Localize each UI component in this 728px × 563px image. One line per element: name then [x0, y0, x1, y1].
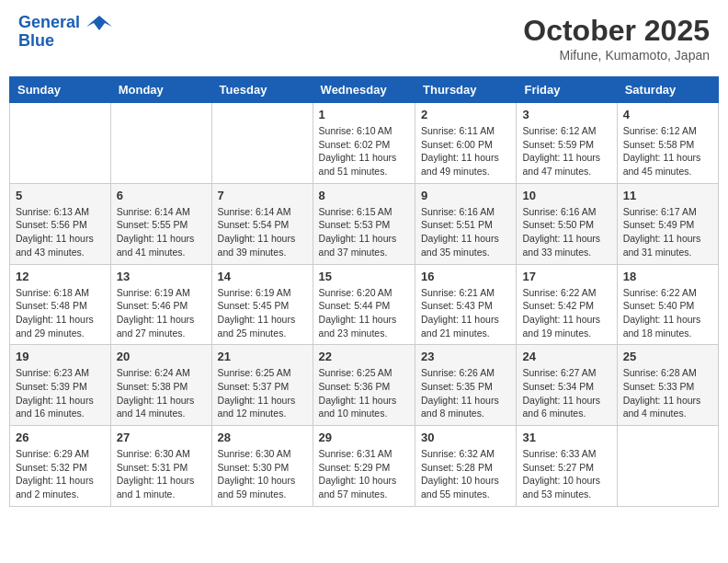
day-info: Sunrise: 6:20 AM Sunset: 5:44 PM Dayligh… — [319, 286, 409, 340]
calendar-cell: 29Sunrise: 6:31 AM Sunset: 5:29 PM Dayli… — [313, 426, 415, 507]
logo: General Blue — [18, 14, 112, 51]
day-info: Sunrise: 6:30 AM Sunset: 5:31 PM Dayligh… — [117, 447, 206, 501]
calendar-week-row: 5Sunrise: 6:13 AM Sunset: 5:56 PM Daylig… — [10, 183, 719, 264]
day-number: 19 — [16, 350, 105, 363]
weekday-header: Monday — [110, 77, 211, 103]
calendar-cell: 13Sunrise: 6:19 AM Sunset: 5:46 PM Dayli… — [110, 264, 211, 345]
header: General Blue October 2025 Mifune, Kumamo… — [9, 9, 719, 67]
calendar-cell: 30Sunrise: 6:32 AM Sunset: 5:28 PM Dayli… — [415, 426, 517, 507]
svg-marker-0 — [86, 16, 112, 30]
day-info: Sunrise: 6:19 AM Sunset: 5:45 PM Dayligh… — [218, 286, 307, 340]
day-info: Sunrise: 6:26 AM Sunset: 5:35 PM Dayligh… — [421, 366, 510, 420]
calendar-cell — [10, 103, 111, 184]
weekday-header-row: SundayMondayTuesdayWednesdayThursdayFrid… — [10, 77, 719, 103]
day-number: 25 — [623, 350, 712, 363]
day-number: 16 — [421, 270, 510, 283]
calendar-cell: 3Sunrise: 6:12 AM Sunset: 5:59 PM Daylig… — [517, 103, 617, 184]
calendar-cell: 2Sunrise: 6:11 AM Sunset: 6:00 PM Daylig… — [415, 103, 517, 184]
day-info: Sunrise: 6:17 AM Sunset: 5:49 PM Dayligh… — [623, 205, 712, 259]
calendar-cell: 11Sunrise: 6:17 AM Sunset: 5:49 PM Dayli… — [617, 183, 718, 264]
calendar-cell: 27Sunrise: 6:30 AM Sunset: 5:31 PM Dayli… — [110, 426, 211, 507]
calendar-cell: 12Sunrise: 6:18 AM Sunset: 5:48 PM Dayli… — [10, 264, 111, 345]
logo-text-line2: Blue — [18, 32, 112, 51]
day-number: 13 — [117, 270, 206, 283]
day-number: 31 — [522, 431, 610, 444]
day-number: 3 — [522, 108, 610, 121]
calendar-cell: 7Sunrise: 6:14 AM Sunset: 5:54 PM Daylig… — [211, 183, 313, 264]
day-info: Sunrise: 6:32 AM Sunset: 5:28 PM Dayligh… — [421, 447, 510, 501]
day-number: 28 — [218, 431, 307, 444]
day-info: Sunrise: 6:27 AM Sunset: 5:34 PM Dayligh… — [522, 366, 610, 420]
day-number: 10 — [522, 189, 610, 202]
day-number: 11 — [623, 189, 712, 202]
day-info: Sunrise: 6:14 AM Sunset: 5:54 PM Dayligh… — [218, 205, 307, 259]
month-title: October 2025 — [523, 14, 710, 48]
calendar: SundayMondayTuesdayWednesdayThursdayFrid… — [9, 76, 719, 507]
day-info: Sunrise: 6:25 AM Sunset: 5:36 PM Dayligh… — [319, 366, 409, 420]
day-info: Sunrise: 6:22 AM Sunset: 5:42 PM Dayligh… — [522, 286, 610, 340]
day-info: Sunrise: 6:16 AM Sunset: 5:51 PM Dayligh… — [421, 205, 510, 259]
day-number: 30 — [421, 431, 510, 444]
calendar-cell — [110, 103, 211, 184]
day-info: Sunrise: 6:19 AM Sunset: 5:46 PM Dayligh… — [117, 286, 206, 340]
day-info: Sunrise: 6:24 AM Sunset: 5:38 PM Dayligh… — [117, 366, 206, 420]
calendar-cell: 1Sunrise: 6:10 AM Sunset: 6:02 PM Daylig… — [313, 103, 415, 184]
day-info: Sunrise: 6:21 AM Sunset: 5:43 PM Dayligh… — [421, 286, 510, 340]
calendar-cell: 17Sunrise: 6:22 AM Sunset: 5:42 PM Dayli… — [517, 264, 617, 345]
day-number: 24 — [522, 350, 610, 363]
day-info: Sunrise: 6:31 AM Sunset: 5:29 PM Dayligh… — [319, 447, 409, 501]
day-info: Sunrise: 6:22 AM Sunset: 5:40 PM Dayligh… — [623, 286, 712, 340]
day-number: 20 — [117, 350, 206, 363]
day-number: 8 — [319, 189, 409, 202]
day-number: 18 — [623, 270, 712, 283]
day-number: 14 — [218, 270, 307, 283]
day-number: 9 — [421, 189, 510, 202]
logo-text-line1: General — [18, 13, 80, 31]
calendar-cell: 28Sunrise: 6:30 AM Sunset: 5:30 PM Dayli… — [211, 426, 313, 507]
day-number: 26 — [16, 431, 105, 444]
calendar-cell: 19Sunrise: 6:23 AM Sunset: 5:39 PM Dayli… — [10, 345, 111, 426]
calendar-week-row: 1Sunrise: 6:10 AM Sunset: 6:02 PM Daylig… — [10, 103, 719, 184]
day-number: 7 — [218, 189, 307, 202]
calendar-cell: 21Sunrise: 6:25 AM Sunset: 5:37 PM Dayli… — [211, 345, 313, 426]
calendar-cell: 25Sunrise: 6:28 AM Sunset: 5:33 PM Dayli… — [617, 345, 718, 426]
day-number: 5 — [16, 189, 105, 202]
calendar-week-row: 19Sunrise: 6:23 AM Sunset: 5:39 PM Dayli… — [10, 345, 719, 426]
weekday-header: Wednesday — [313, 77, 415, 103]
day-info: Sunrise: 6:16 AM Sunset: 5:50 PM Dayligh… — [522, 205, 610, 259]
day-info: Sunrise: 6:29 AM Sunset: 5:32 PM Dayligh… — [16, 447, 105, 501]
calendar-cell: 31Sunrise: 6:33 AM Sunset: 5:27 PM Dayli… — [517, 426, 617, 507]
weekday-header: Friday — [517, 77, 617, 103]
calendar-cell: 8Sunrise: 6:15 AM Sunset: 5:53 PM Daylig… — [313, 183, 415, 264]
day-info: Sunrise: 6:11 AM Sunset: 6:00 PM Dayligh… — [421, 124, 510, 178]
day-info: Sunrise: 6:13 AM Sunset: 5:56 PM Dayligh… — [16, 205, 105, 259]
day-number: 6 — [117, 189, 206, 202]
calendar-cell: 18Sunrise: 6:22 AM Sunset: 5:40 PM Dayli… — [617, 264, 718, 345]
day-number: 22 — [319, 350, 409, 363]
calendar-week-row: 26Sunrise: 6:29 AM Sunset: 5:32 PM Dayli… — [10, 426, 719, 507]
day-number: 2 — [421, 108, 510, 121]
weekday-header: Tuesday — [211, 77, 313, 103]
calendar-cell — [617, 426, 718, 507]
day-info: Sunrise: 6:23 AM Sunset: 5:39 PM Dayligh… — [16, 366, 105, 420]
calendar-cell: 22Sunrise: 6:25 AM Sunset: 5:36 PM Dayli… — [313, 345, 415, 426]
location: Mifune, Kumamoto, Japan — [523, 48, 710, 63]
day-info: Sunrise: 6:12 AM Sunset: 5:59 PM Dayligh… — [522, 124, 610, 178]
calendar-week-row: 12Sunrise: 6:18 AM Sunset: 5:48 PM Dayli… — [10, 264, 719, 345]
day-info: Sunrise: 6:10 AM Sunset: 6:02 PM Dayligh… — [319, 124, 409, 178]
day-info: Sunrise: 6:18 AM Sunset: 5:48 PM Dayligh… — [16, 286, 105, 340]
weekday-header: Saturday — [617, 77, 718, 103]
calendar-cell: 5Sunrise: 6:13 AM Sunset: 5:56 PM Daylig… — [10, 183, 111, 264]
day-number: 23 — [421, 350, 510, 363]
day-number: 29 — [319, 431, 409, 444]
day-info: Sunrise: 6:14 AM Sunset: 5:55 PM Dayligh… — [117, 205, 206, 259]
day-number: 12 — [16, 270, 105, 283]
day-info: Sunrise: 6:25 AM Sunset: 5:37 PM Dayligh… — [218, 366, 307, 420]
day-info: Sunrise: 6:12 AM Sunset: 5:58 PM Dayligh… — [623, 124, 712, 178]
day-number: 17 — [522, 270, 610, 283]
calendar-cell: 26Sunrise: 6:29 AM Sunset: 5:32 PM Dayli… — [10, 426, 111, 507]
day-info: Sunrise: 6:15 AM Sunset: 5:53 PM Dayligh… — [319, 205, 409, 259]
day-info: Sunrise: 6:28 AM Sunset: 5:33 PM Dayligh… — [623, 366, 712, 420]
calendar-cell: 14Sunrise: 6:19 AM Sunset: 5:45 PM Dayli… — [211, 264, 313, 345]
calendar-cell: 15Sunrise: 6:20 AM Sunset: 5:44 PM Dayli… — [313, 264, 415, 345]
